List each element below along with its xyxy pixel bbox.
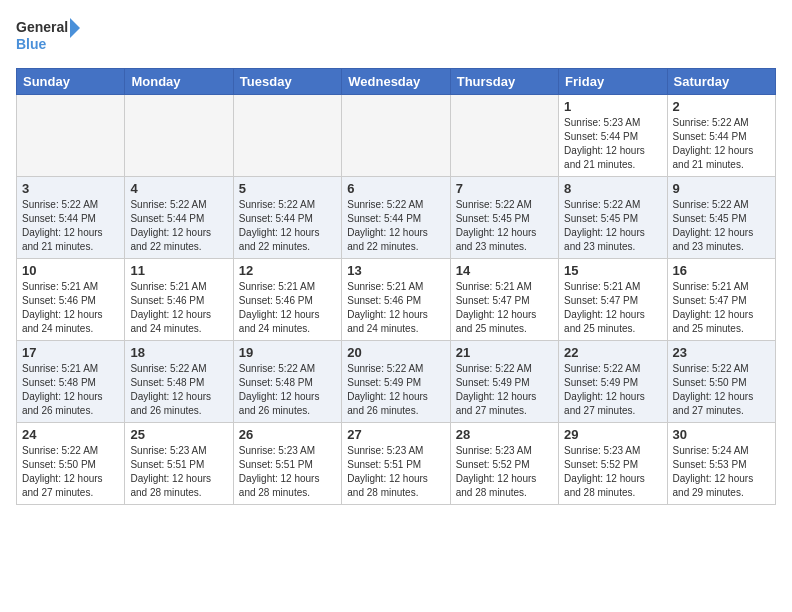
calendar-cell: 6Sunrise: 5:22 AM Sunset: 5:44 PM Daylig… (342, 177, 450, 259)
day-info: Sunrise: 5:23 AM Sunset: 5:51 PM Dayligh… (239, 444, 336, 500)
calendar-cell: 23Sunrise: 5:22 AM Sunset: 5:50 PM Dayli… (667, 341, 775, 423)
day-number: 30 (673, 427, 770, 442)
weekday-header-thursday: Thursday (450, 69, 558, 95)
day-number: 27 (347, 427, 444, 442)
day-number: 3 (22, 181, 119, 196)
day-info: Sunrise: 5:21 AM Sunset: 5:47 PM Dayligh… (456, 280, 553, 336)
day-info: Sunrise: 5:22 AM Sunset: 5:44 PM Dayligh… (673, 116, 770, 172)
calendar-cell: 1Sunrise: 5:23 AM Sunset: 5:44 PM Daylig… (559, 95, 667, 177)
day-info: Sunrise: 5:22 AM Sunset: 5:45 PM Dayligh… (564, 198, 661, 254)
calendar-week-5: 24Sunrise: 5:22 AM Sunset: 5:50 PM Dayli… (17, 423, 776, 505)
calendar-cell (233, 95, 341, 177)
calendar-week-2: 3Sunrise: 5:22 AM Sunset: 5:44 PM Daylig… (17, 177, 776, 259)
day-number: 10 (22, 263, 119, 278)
calendar-cell: 21Sunrise: 5:22 AM Sunset: 5:49 PM Dayli… (450, 341, 558, 423)
day-info: Sunrise: 5:21 AM Sunset: 5:46 PM Dayligh… (130, 280, 227, 336)
day-info: Sunrise: 5:22 AM Sunset: 5:44 PM Dayligh… (347, 198, 444, 254)
calendar-cell: 19Sunrise: 5:22 AM Sunset: 5:48 PM Dayli… (233, 341, 341, 423)
calendar-cell (125, 95, 233, 177)
day-info: Sunrise: 5:23 AM Sunset: 5:44 PM Dayligh… (564, 116, 661, 172)
calendar-cell: 22Sunrise: 5:22 AM Sunset: 5:49 PM Dayli… (559, 341, 667, 423)
calendar-cell: 5Sunrise: 5:22 AM Sunset: 5:44 PM Daylig… (233, 177, 341, 259)
day-number: 22 (564, 345, 661, 360)
day-info: Sunrise: 5:23 AM Sunset: 5:52 PM Dayligh… (564, 444, 661, 500)
day-info: Sunrise: 5:21 AM Sunset: 5:46 PM Dayligh… (347, 280, 444, 336)
day-number: 8 (564, 181, 661, 196)
calendar-cell: 7Sunrise: 5:22 AM Sunset: 5:45 PM Daylig… (450, 177, 558, 259)
day-number: 11 (130, 263, 227, 278)
calendar-cell: 25Sunrise: 5:23 AM Sunset: 5:51 PM Dayli… (125, 423, 233, 505)
calendar-week-3: 10Sunrise: 5:21 AM Sunset: 5:46 PM Dayli… (17, 259, 776, 341)
day-number: 17 (22, 345, 119, 360)
calendar-cell: 10Sunrise: 5:21 AM Sunset: 5:46 PM Dayli… (17, 259, 125, 341)
logo: General Blue (16, 16, 86, 58)
weekday-header-tuesday: Tuesday (233, 69, 341, 95)
day-number: 26 (239, 427, 336, 442)
day-info: Sunrise: 5:21 AM Sunset: 5:48 PM Dayligh… (22, 362, 119, 418)
day-number: 19 (239, 345, 336, 360)
weekday-header-sunday: Sunday (17, 69, 125, 95)
weekday-header-friday: Friday (559, 69, 667, 95)
calendar-week-4: 17Sunrise: 5:21 AM Sunset: 5:48 PM Dayli… (17, 341, 776, 423)
day-number: 16 (673, 263, 770, 278)
day-info: Sunrise: 5:24 AM Sunset: 5:53 PM Dayligh… (673, 444, 770, 500)
day-info: Sunrise: 5:22 AM Sunset: 5:50 PM Dayligh… (22, 444, 119, 500)
weekday-header-monday: Monday (125, 69, 233, 95)
weekday-header-saturday: Saturday (667, 69, 775, 95)
calendar-cell: 4Sunrise: 5:22 AM Sunset: 5:44 PM Daylig… (125, 177, 233, 259)
calendar-cell: 16Sunrise: 5:21 AM Sunset: 5:47 PM Dayli… (667, 259, 775, 341)
calendar-cell: 26Sunrise: 5:23 AM Sunset: 5:51 PM Dayli… (233, 423, 341, 505)
day-number: 6 (347, 181, 444, 196)
weekday-header-row: SundayMondayTuesdayWednesdayThursdayFrid… (17, 69, 776, 95)
weekday-header-wednesday: Wednesday (342, 69, 450, 95)
calendar-cell (17, 95, 125, 177)
calendar-cell: 27Sunrise: 5:23 AM Sunset: 5:51 PM Dayli… (342, 423, 450, 505)
day-info: Sunrise: 5:22 AM Sunset: 5:49 PM Dayligh… (456, 362, 553, 418)
day-info: Sunrise: 5:22 AM Sunset: 5:50 PM Dayligh… (673, 362, 770, 418)
day-info: Sunrise: 5:22 AM Sunset: 5:49 PM Dayligh… (564, 362, 661, 418)
day-info: Sunrise: 5:22 AM Sunset: 5:44 PM Dayligh… (239, 198, 336, 254)
svg-marker-2 (70, 18, 80, 38)
day-info: Sunrise: 5:21 AM Sunset: 5:46 PM Dayligh… (22, 280, 119, 336)
svg-text:Blue: Blue (16, 36, 47, 52)
calendar-cell: 9Sunrise: 5:22 AM Sunset: 5:45 PM Daylig… (667, 177, 775, 259)
day-number: 23 (673, 345, 770, 360)
day-info: Sunrise: 5:21 AM Sunset: 5:47 PM Dayligh… (564, 280, 661, 336)
day-info: Sunrise: 5:22 AM Sunset: 5:45 PM Dayligh… (456, 198, 553, 254)
day-number: 29 (564, 427, 661, 442)
day-info: Sunrise: 5:21 AM Sunset: 5:47 PM Dayligh… (673, 280, 770, 336)
page-header: General Blue (16, 16, 776, 58)
calendar-cell: 2Sunrise: 5:22 AM Sunset: 5:44 PM Daylig… (667, 95, 775, 177)
calendar-week-1: 1Sunrise: 5:23 AM Sunset: 5:44 PM Daylig… (17, 95, 776, 177)
day-number: 2 (673, 99, 770, 114)
day-number: 9 (673, 181, 770, 196)
calendar-cell: 17Sunrise: 5:21 AM Sunset: 5:48 PM Dayli… (17, 341, 125, 423)
day-info: Sunrise: 5:22 AM Sunset: 5:44 PM Dayligh… (130, 198, 227, 254)
day-info: Sunrise: 5:22 AM Sunset: 5:48 PM Dayligh… (130, 362, 227, 418)
day-number: 7 (456, 181, 553, 196)
calendar-cell: 14Sunrise: 5:21 AM Sunset: 5:47 PM Dayli… (450, 259, 558, 341)
svg-text:General: General (16, 19, 68, 35)
calendar-cell: 11Sunrise: 5:21 AM Sunset: 5:46 PM Dayli… (125, 259, 233, 341)
day-number: 24 (22, 427, 119, 442)
day-number: 13 (347, 263, 444, 278)
day-number: 1 (564, 99, 661, 114)
day-info: Sunrise: 5:21 AM Sunset: 5:46 PM Dayligh… (239, 280, 336, 336)
day-number: 15 (564, 263, 661, 278)
day-number: 20 (347, 345, 444, 360)
day-info: Sunrise: 5:22 AM Sunset: 5:44 PM Dayligh… (22, 198, 119, 254)
day-number: 21 (456, 345, 553, 360)
day-number: 25 (130, 427, 227, 442)
calendar-cell: 29Sunrise: 5:23 AM Sunset: 5:52 PM Dayli… (559, 423, 667, 505)
day-info: Sunrise: 5:22 AM Sunset: 5:49 PM Dayligh… (347, 362, 444, 418)
calendar-cell: 18Sunrise: 5:22 AM Sunset: 5:48 PM Dayli… (125, 341, 233, 423)
day-number: 4 (130, 181, 227, 196)
calendar-cell: 20Sunrise: 5:22 AM Sunset: 5:49 PM Dayli… (342, 341, 450, 423)
day-info: Sunrise: 5:23 AM Sunset: 5:51 PM Dayligh… (130, 444, 227, 500)
logo-svg: General Blue (16, 16, 86, 58)
calendar-cell: 13Sunrise: 5:21 AM Sunset: 5:46 PM Dayli… (342, 259, 450, 341)
day-info: Sunrise: 5:22 AM Sunset: 5:48 PM Dayligh… (239, 362, 336, 418)
day-info: Sunrise: 5:23 AM Sunset: 5:51 PM Dayligh… (347, 444, 444, 500)
day-number: 12 (239, 263, 336, 278)
calendar-cell: 24Sunrise: 5:22 AM Sunset: 5:50 PM Dayli… (17, 423, 125, 505)
